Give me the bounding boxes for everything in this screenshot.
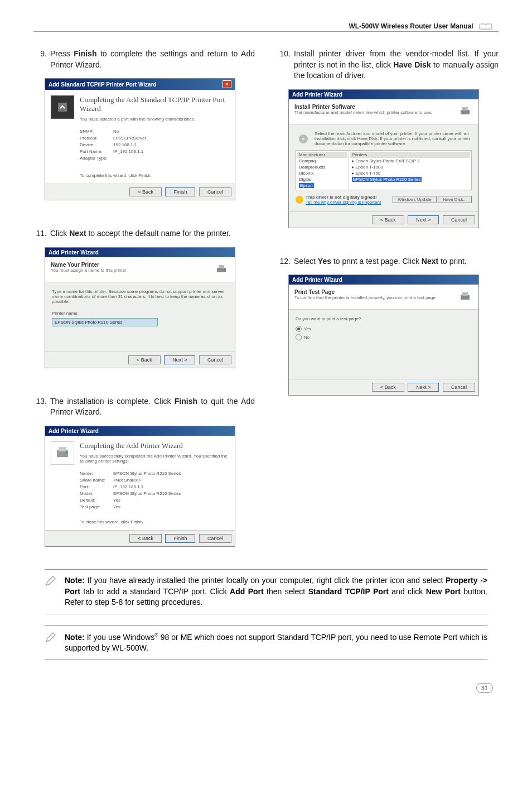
cancel-button[interactable]: Cancel xyxy=(443,383,475,392)
list-item[interactable]: Dataproducts xyxy=(297,164,347,170)
dialog-title: Add Printer Wizard xyxy=(292,277,342,283)
back-button[interactable]: < Back xyxy=(129,534,162,543)
svg-rect-0 xyxy=(58,103,67,112)
next-button[interactable]: Next > xyxy=(408,215,439,224)
finish-button[interactable]: Finish xyxy=(165,534,195,543)
back-button[interactable]: < Back xyxy=(372,215,404,224)
finish-button[interactable]: Finish xyxy=(165,187,195,196)
note-1: Note: If you have already installed the … xyxy=(45,569,487,614)
printer-icon xyxy=(457,104,473,119)
printer-icon xyxy=(214,262,229,277)
dialog-install-software: Add Printer Wizard Install Printer Softw… xyxy=(288,89,479,228)
printer-name-input[interactable]: EPSON Stylus Photo R210 Series xyxy=(52,318,158,326)
manual-title: WL-500W Wireless Router User Manual xyxy=(349,22,473,30)
cancel-button[interactable]: Cancel xyxy=(443,215,475,224)
list-item[interactable]: EPSON Stylus Photo R210 Series xyxy=(350,176,470,182)
step-11: 11. Click Next to accept the default nam… xyxy=(33,228,255,239)
disk-icon xyxy=(296,131,311,147)
close-icon[interactable]: × xyxy=(223,80,231,88)
wizard-heading: Completing the Add Printer Wizard xyxy=(80,441,229,450)
list-item[interactable]: Digital xyxy=(297,176,347,182)
back-button[interactable]: < Back xyxy=(129,187,162,196)
svg-rect-2 xyxy=(219,265,224,268)
dialog-name-printer: Add Printer Wizard Name Your Printer You… xyxy=(45,247,235,368)
pencil-icon xyxy=(45,632,58,654)
list-item: Epson xyxy=(297,182,347,189)
step-12: 12. Select Yes to print a test page. Cli… xyxy=(277,256,499,267)
dialog-title: Add Printer Wizard xyxy=(49,428,99,434)
svg-point-11 xyxy=(302,138,304,140)
windows-update-button[interactable]: Windows Update xyxy=(393,196,436,203)
svg-point-3 xyxy=(224,268,226,270)
dialog-test-page: Add Printer Wizard Print Test Page To co… xyxy=(288,275,479,396)
dialog-tcpip-wizard: Add Standard TCP/IP Printer Port Wizard … xyxy=(45,78,235,200)
pencil-icon xyxy=(45,575,58,608)
manufacturer-printer-list[interactable]: Manufacturer Compaq Dataproducts Diconix… xyxy=(296,150,472,190)
wizard-icon xyxy=(51,95,74,119)
next-button[interactable]: Next > xyxy=(408,383,439,392)
svg-rect-5 xyxy=(59,447,66,451)
printer-icon xyxy=(457,289,473,305)
svg-point-9 xyxy=(468,110,470,112)
svg-rect-8 xyxy=(462,107,468,110)
list-item[interactable]: Compaq xyxy=(297,158,347,164)
wizard-heading: Completing the Add Standard TCP/IP Print… xyxy=(80,95,229,113)
dialog-completing-wizard: Add Printer Wizard Completing the Add Pr… xyxy=(45,426,235,547)
back-button[interactable]: < Back xyxy=(128,355,161,364)
svg-rect-13 xyxy=(462,292,468,296)
cancel-button[interactable]: Cancel xyxy=(199,187,231,196)
next-button[interactable]: Next > xyxy=(164,355,195,364)
step-13: 13. The installation is complete. Click … xyxy=(33,396,255,418)
list-item[interactable]: ▸ Epson T-1000 xyxy=(350,164,470,170)
warning-icon xyxy=(296,196,303,204)
radio-no[interactable]: No xyxy=(296,334,472,340)
svg-point-14 xyxy=(468,296,470,298)
step-10: 10. Install printer driver from the vend… xyxy=(277,49,499,81)
back-button[interactable]: < Back xyxy=(372,383,404,392)
signing-link[interactable]: Tell me why driver signing is important xyxy=(306,200,381,205)
cancel-button[interactable]: Cancel xyxy=(199,355,231,364)
list-item[interactable]: ▸ Epson T-750 xyxy=(350,170,470,176)
list-item[interactable]: Diconix xyxy=(297,170,347,176)
dialog-title: Add Printer Wizard xyxy=(49,249,99,256)
page-number: 31 xyxy=(33,682,499,692)
list-item[interactable]: ▸ Epson Stylus Photo EX/ESC/P 2 xyxy=(350,158,470,164)
cancel-button[interactable]: Cancel xyxy=(199,534,231,543)
printer-wizard-icon xyxy=(51,441,74,465)
step-9: 9. Press Finish to complete the settings… xyxy=(33,49,255,70)
radio-yes[interactable]: Yes xyxy=(296,326,472,332)
svg-point-6 xyxy=(65,451,67,454)
book-icon xyxy=(478,22,493,31)
dialog-title: Add Printer Wizard xyxy=(292,92,342,98)
dialog-title: Add Standard TCP/IP Printer Port Wizard xyxy=(49,81,157,88)
have-disk-button[interactable]: Have Disk... xyxy=(438,196,472,203)
note-2: Note: If you use Windows® 98 or ME which… xyxy=(45,625,487,660)
page-header: WL-500W Wireless Router User Manual xyxy=(33,22,499,32)
